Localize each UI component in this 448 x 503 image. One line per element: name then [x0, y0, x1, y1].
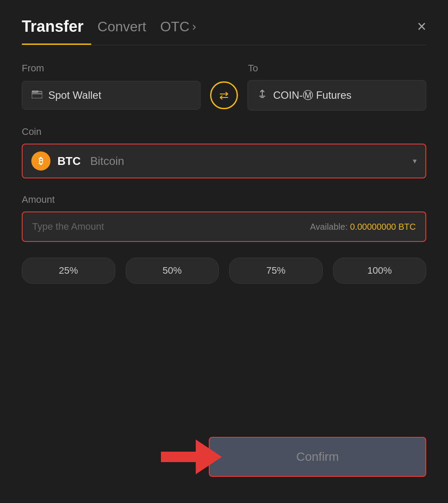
header-divider [22, 45, 426, 45]
from-to-labels: From To [22, 63, 426, 74]
available-label: Available: [310, 222, 348, 231]
futures-icon [257, 89, 267, 101]
svg-rect-1 [32, 93, 42, 94]
to-wallet-selector[interactable]: COIN-Ⓜ Futures [247, 80, 426, 111]
coin-chevron-icon: ▾ [413, 156, 417, 166]
percent-75-button[interactable]: 75% [229, 258, 323, 284]
percent-50-button[interactable]: 50% [126, 258, 219, 284]
btc-icon: ₿ [31, 151, 50, 171]
from-label: From [22, 63, 222, 74]
available-value: 0.00000000 BTC [350, 222, 416, 231]
from-wallet-name: Spot Wallet [48, 89, 101, 101]
to-label: To [248, 63, 258, 74]
percent-25-button[interactable]: 25% [22, 258, 115, 284]
coin-section: Coin ₿ BTC Bitcoin ▾ [22, 126, 426, 178]
tab-otc[interactable]: OTC › [160, 19, 196, 35]
swap-button[interactable]: ⇄ [210, 81, 238, 109]
coin-code: BTC [57, 154, 80, 168]
coin-full-name: Bitcoin [90, 154, 124, 168]
from-to-section: From To Spot Wallet ⇄ [22, 63, 426, 111]
bottom-section: Confirm [22, 437, 426, 477]
from-wallet-selector[interactable]: Spot Wallet [22, 81, 201, 110]
close-button[interactable]: × [417, 19, 426, 34]
percent-100-button[interactable]: 100% [333, 258, 427, 284]
amount-section: Amount Available: 0.00000000 BTC [22, 194, 426, 242]
coin-label: Coin [22, 126, 426, 137]
modal-header: Transfer Convert OTC › × [22, 17, 426, 36]
coin-selector[interactable]: ₿ BTC Bitcoin ▾ [22, 144, 426, 178]
to-wallet-name: COIN-Ⓜ Futures [273, 88, 351, 102]
amount-input[interactable] [32, 221, 310, 232]
wallet-icon [32, 90, 42, 101]
confirm-button[interactable]: Confirm [209, 437, 426, 477]
amount-label: Amount [22, 194, 426, 205]
available-text: Available: 0.00000000 BTC [310, 222, 416, 232]
arrow-indicator [161, 439, 222, 474]
otc-chevron-icon: › [192, 20, 196, 34]
swap-icon: ⇄ [219, 89, 229, 102]
from-to-row: Spot Wallet ⇄ COIN-Ⓜ Futures [22, 80, 426, 111]
transfer-modal: Transfer Convert OTC › × From To [0, 0, 448, 503]
tab-convert[interactable]: Convert [97, 19, 146, 35]
amount-box: Available: 0.00000000 BTC [22, 211, 426, 242]
tab-transfer[interactable]: Transfer [22, 17, 84, 36]
percent-row: 25% 50% 75% 100% [22, 258, 426, 284]
arrow-right-icon [161, 439, 222, 474]
